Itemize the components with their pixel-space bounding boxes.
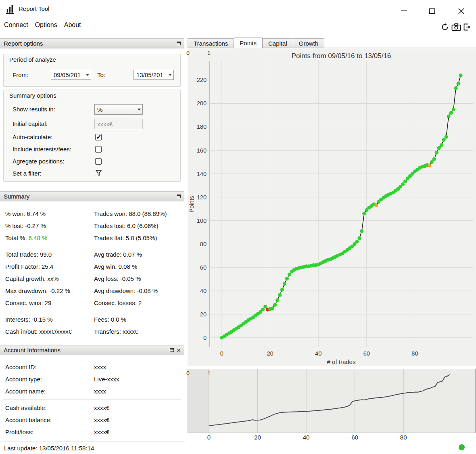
period-group: Period of analyze From: 09/05/201 To: 13… bbox=[3, 54, 181, 87]
menu-about[interactable]: About bbox=[64, 21, 81, 29]
to-date-value: 13/05/201 bbox=[136, 71, 167, 78]
data-point bbox=[374, 203, 378, 207]
float-panel-icon[interactable] bbox=[170, 348, 174, 352]
camera-icon[interactable] bbox=[451, 23, 461, 31]
data-point bbox=[432, 157, 436, 161]
refresh-icon[interactable] bbox=[441, 23, 449, 31]
summary-header: Summary bbox=[0, 191, 184, 201]
data-point bbox=[357, 236, 361, 240]
y-tick-label: 120 bbox=[197, 194, 207, 201]
close-button[interactable] bbox=[454, 6, 468, 16]
stat-consec-losses: Consec. losses: 2 bbox=[94, 299, 184, 306]
account-row: Profit/loss: xxxx€ bbox=[0, 426, 184, 438]
menu-connect[interactable]: Connect bbox=[4, 21, 28, 29]
y-axis-label: Points bbox=[188, 196, 195, 213]
include-interests-checkbox[interactable] bbox=[95, 146, 102, 153]
maximize-icon bbox=[429, 8, 435, 14]
summary-row: Consec. wins: 29 Consec. losses: 2 bbox=[0, 297, 184, 309]
stat-trades-won: Trades won: 88.0 (88.89%) bbox=[94, 210, 184, 217]
dropdown-arrow-icon bbox=[138, 109, 141, 111]
aggregate-positions-checkbox[interactable] bbox=[95, 158, 102, 165]
tab-capital[interactable]: Capital bbox=[262, 38, 293, 48]
summary-row: Cash in/out: xxxx€/xxxx€ Transfers: xxxx… bbox=[0, 325, 184, 337]
filter-icon[interactable] bbox=[95, 169, 102, 176]
account-balance-label: Account balance: bbox=[5, 416, 94, 423]
data-point bbox=[435, 151, 438, 155]
y-tick-label: 180 bbox=[197, 123, 207, 130]
summary-row: % won: 6.74 % Trades won: 88.0 (88.89%) bbox=[0, 207, 184, 220]
export-icon[interactable] bbox=[463, 23, 471, 31]
tab-points[interactable]: Points bbox=[234, 38, 263, 48]
stat-avg-loss: Avg loss: -0.05 % bbox=[94, 275, 184, 282]
initial-capital-input bbox=[94, 119, 143, 129]
data-point bbox=[403, 180, 407, 183]
divider bbox=[3, 311, 181, 311]
summary-total-label: Total %: bbox=[5, 234, 29, 241]
data-point bbox=[447, 115, 451, 118]
from-date-combo[interactable]: 09/05/201 bbox=[51, 70, 91, 80]
data-point bbox=[445, 135, 448, 139]
account-informations-header: Account Informations bbox=[0, 345, 184, 355]
summary-row: Total trades: 99.0 Avg trade: 0.07 % bbox=[0, 248, 184, 260]
account-name-label: Account name: bbox=[5, 388, 94, 395]
summary-row: Total %: 6.48 % Trades flat: 5.0 (5.05%) bbox=[0, 232, 184, 244]
stat-consec-wins: Consec. wins: 29 bbox=[5, 299, 94, 306]
menu-options[interactable]: Options bbox=[35, 21, 57, 29]
summary-options-title: Summary options bbox=[9, 92, 56, 99]
points-curve bbox=[222, 75, 461, 338]
auto-calculate-label: Auto-calculate: bbox=[13, 133, 52, 141]
data-point bbox=[401, 182, 405, 186]
data-point bbox=[449, 111, 453, 115]
dropdown-arrow-icon bbox=[86, 74, 89, 76]
close-panel-icon[interactable] bbox=[177, 348, 181, 352]
show-results-dropdown[interactable]: % bbox=[94, 104, 143, 115]
from-date-value: 09/05/201 bbox=[54, 71, 84, 78]
summary-row: % lost: -0.27 % Trades lost: 6.0 (6.06%) bbox=[0, 220, 184, 232]
data-point bbox=[273, 303, 277, 307]
float-panel-icon[interactable] bbox=[177, 195, 181, 198]
tab-growth[interactable]: Growth bbox=[293, 38, 324, 48]
minimize-icon bbox=[401, 10, 407, 11]
x-tick-label: 0 bbox=[220, 350, 223, 357]
account-row: Cash available: xxxx€ bbox=[0, 402, 184, 414]
data-point bbox=[276, 298, 279, 302]
summary-total-value: 6.48 % bbox=[29, 234, 48, 241]
summary-row: Capital growth: xx% Avg loss: -0.05 % bbox=[0, 272, 184, 285]
y-tick-label: 100 bbox=[197, 218, 207, 224]
to-label: To: bbox=[97, 71, 105, 79]
chart-navigator[interactable] bbox=[188, 369, 476, 433]
nav-left-margin bbox=[188, 369, 209, 433]
data-point bbox=[459, 73, 463, 77]
data-point bbox=[280, 288, 284, 291]
float-panel-icon[interactable] bbox=[177, 42, 181, 45]
account-content: Account ID: xxxx Account type: Live-xxxx… bbox=[0, 361, 184, 438]
to-date-combo[interactable]: 13/05/201 bbox=[134, 70, 174, 80]
x-tick-label: 80 bbox=[411, 350, 418, 357]
auto-calculate-checkbox[interactable] bbox=[95, 134, 102, 140]
y-tick-label: 0 bbox=[203, 335, 207, 341]
tab-transactions[interactable]: Transactions bbox=[188, 38, 234, 48]
maximize-button[interactable] bbox=[425, 6, 439, 16]
status-ok-icon bbox=[459, 444, 465, 450]
stat-trades-lost: Trades lost: 6.0 (6.06%) bbox=[94, 222, 184, 229]
report-options-header: Report options bbox=[0, 38, 184, 48]
show-results-value: % bbox=[97, 106, 136, 113]
y-tick-label: 20 bbox=[200, 311, 207, 318]
data-point bbox=[261, 308, 265, 312]
stat-cash-in-out: Cash in/out: xxxx€/xxxx€ bbox=[5, 328, 94, 335]
account-id-label: Account ID: bbox=[5, 364, 94, 370]
summary-row: Max drawdown: -0.22 % Avg drawdown: -0.0… bbox=[0, 285, 184, 297]
y-tick-label: 220 bbox=[197, 77, 207, 83]
account-type-label: Account type: bbox=[5, 376, 94, 383]
minimize-button[interactable] bbox=[397, 6, 411, 16]
last-update-text: Last update: 13/05/2016 11:58:14 bbox=[4, 445, 94, 452]
navigator-corner-label: 0 bbox=[185, 370, 191, 377]
summary-row: Interests: -0.15 % Fees: 0.0 % bbox=[0, 313, 184, 325]
tab-bar: Transactions Points Capital Growth bbox=[188, 37, 324, 48]
y-tick-label: 160 bbox=[197, 147, 207, 154]
nav-curve bbox=[209, 374, 450, 426]
from-label: From: bbox=[13, 71, 28, 79]
account-row: Account ID: xxxx bbox=[0, 361, 184, 373]
window-title: Report Tool bbox=[19, 5, 49, 12]
divider bbox=[3, 399, 181, 400]
